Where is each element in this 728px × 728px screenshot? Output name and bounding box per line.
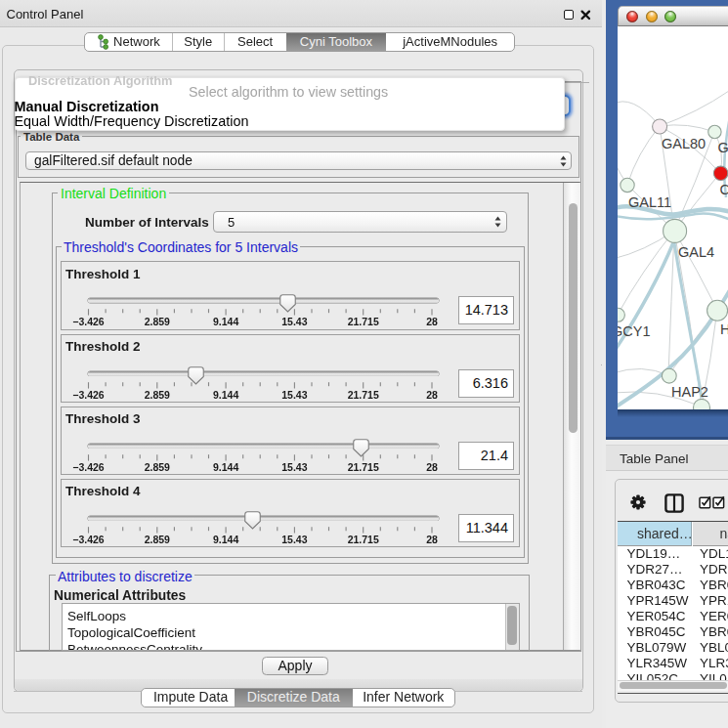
svg-text:C: C xyxy=(719,182,728,197)
svg-text:GAL11: GAL11 xyxy=(628,194,671,210)
svg-text:GA: GA xyxy=(717,140,728,155)
svg-text:GCY1: GCY1 xyxy=(618,323,651,339)
svg-text:GAL80: GAL80 xyxy=(662,136,706,151)
svg-text:HAP2: HAP2 xyxy=(671,384,708,400)
svg-text:GAL4: GAL4 xyxy=(678,244,714,260)
svg-text:H: H xyxy=(720,321,728,337)
